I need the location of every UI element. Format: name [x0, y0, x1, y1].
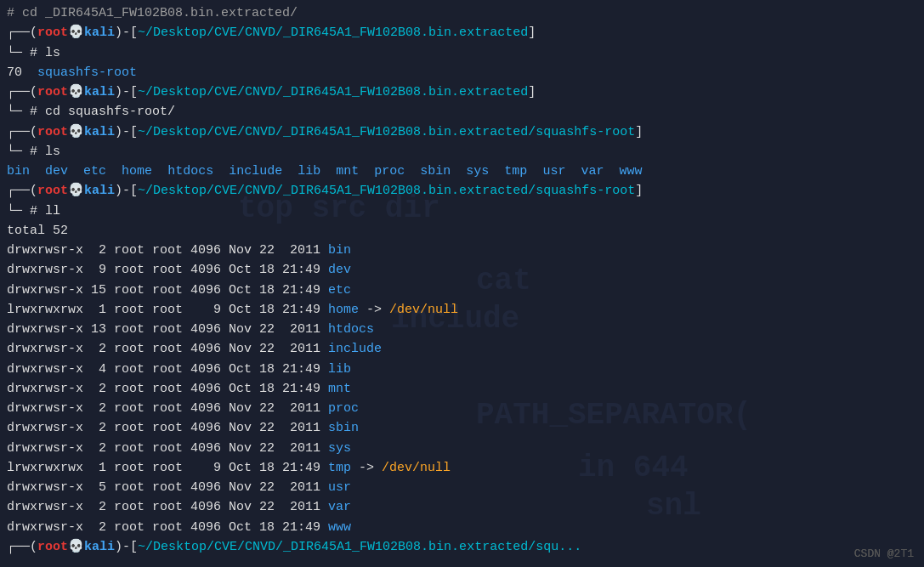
line-comment-1: # cd _DIR645A1_FW102B08.bin.extracted/: [7, 3, 917, 23]
ll-row-dev: drwxrwsr-x 9 root root 4096 Oct 18 21:49…: [7, 260, 917, 280]
ll-row-home: lrwxrwxrwx 1 root root 9 Oct 18 21:49 ho…: [7, 300, 917, 320]
line-prompt-partial: ┌──(root💀kali)-[~/Desktop/CVE/CNVD/_DIR6…: [7, 537, 917, 557]
ll-row-htdocs: drwxrwsr-x 13 root root 4096 Nov 22 2011…: [7, 320, 917, 339]
ll-row-sys: drwxrwsr-x 2 root root 4096 Nov 22 2011 …: [7, 439, 917, 458]
line-prompt-4: ┌──(root💀kali)-[~/Desktop/CVE/CNVD/_DIR6…: [7, 181, 917, 201]
line-cmd-ls-1: └─ # ls: [7, 43, 917, 63]
ll-row-include: drwxrwsr-x 2 root root 4096 Nov 22 2011 …: [7, 339, 917, 359]
line-cmd-cd: └─ # cd squashfs-root/: [7, 102, 917, 122]
ll-row-tmp: lrwxrwxrwx 1 root root 9 Oct 18 21:49 tm…: [7, 458, 917, 478]
watermark-display: CSDN @2T1: [854, 547, 914, 560]
ll-row-www: drwxrwsr-x 2 root root 4096 Oct 18 21:49…: [7, 518, 917, 537]
ll-row-bin: drwxrwsr-x 2 root root 4096 Nov 22 2011 …: [7, 241, 917, 260]
line-cmd-ls-2: └─ # ls: [7, 142, 917, 162]
terminal-window: top src dir cat include PATH_SEPARATOR( …: [0, 0, 924, 567]
line-total: total 52: [7, 221, 917, 241]
ll-row-proc: drwxrwsr-x 2 root root 4096 Nov 22 2011 …: [7, 399, 917, 418]
line-prompt-3: ┌──(root💀kali)-[~/Desktop/CVE/CNVD/_DIR6…: [7, 122, 917, 142]
ll-row-usr: drwxrwsr-x 5 root root 4096 Nov 22 2011 …: [7, 478, 917, 497]
ll-row-sbin: drwxrwsr-x 2 root root 4096 Nov 22 2011 …: [7, 418, 917, 438]
terminal-content: # cd _DIR645A1_FW102B08.bin.extracted/ ┌…: [7, 3, 917, 557]
line-prompt-2: ┌──(root💀kali)-[~/Desktop/CVE/CNVD/_DIR6…: [7, 82, 917, 102]
line-ls-dirs: bin dev etc home htdocs include lib mnt …: [7, 162, 917, 181]
ll-row-etc: drwxrwsr-x 15 root root 4096 Oct 18 21:4…: [7, 281, 917, 300]
line-ls-output-1: 70 squashfs-root: [7, 63, 917, 82]
line-prompt-1: ┌──(root💀kali)-[~/Desktop/CVE/CNVD/_DIR6…: [7, 23, 917, 43]
ll-row-lib: drwxrwsr-x 4 root root 4096 Oct 18 21:49…: [7, 360, 917, 379]
line-cmd-ll: └─ # ll: [7, 201, 917, 221]
ll-row-var: drwxrwsr-x 2 root root 4096 Nov 22 2011 …: [7, 497, 917, 517]
ll-row-mnt: drwxrwsr-x 2 root root 4096 Oct 18 21:49…: [7, 379, 917, 399]
